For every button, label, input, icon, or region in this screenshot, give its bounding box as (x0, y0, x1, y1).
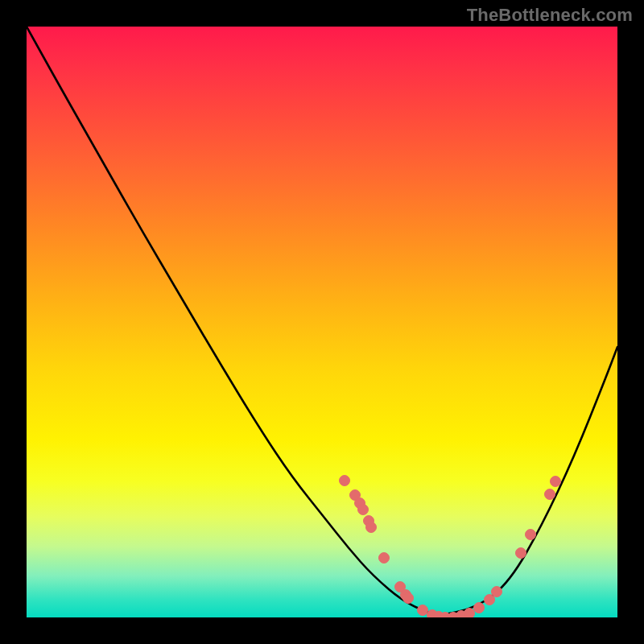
plot-area (27, 27, 617, 617)
data-point (418, 605, 428, 616)
data-point (545, 489, 555, 500)
data-point (492, 587, 502, 597)
data-point (526, 530, 536, 540)
data-point (516, 548, 526, 559)
data-point (474, 603, 485, 613)
chart-svg (27, 27, 617, 617)
data-point (403, 593, 414, 604)
right-curve (437, 347, 617, 616)
data-point (464, 609, 475, 618)
data-point (485, 595, 495, 605)
data-point (379, 553, 390, 564)
data-point (358, 505, 369, 515)
data-point (551, 477, 561, 487)
watermark-text: TheBottleneck.com (467, 5, 633, 26)
data-points-group (340, 476, 561, 618)
data-point (366, 522, 377, 533)
data-point (340, 476, 350, 486)
